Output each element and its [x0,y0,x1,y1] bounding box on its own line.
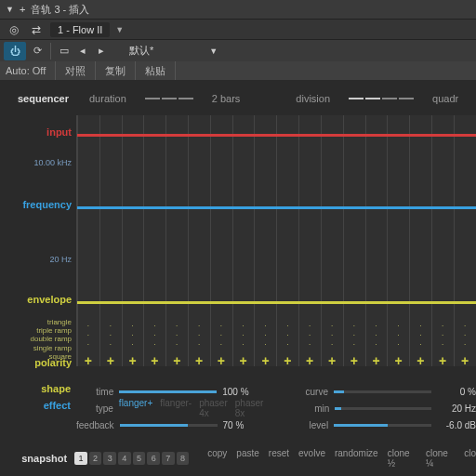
feedback-slider[interactable] [120,424,218,427]
min-value: 20 Hz [437,403,476,414]
link-icon[interactable]: ⇄ [28,22,45,37]
preset-menu-label[interactable]: 默认* [129,44,153,58]
freq-hi-label: 10.00 kHz [1,158,72,167]
snap-copy[interactable]: copy [207,448,227,469]
frequency-track-label: frequency [1,199,72,210]
level-value: -6.0 dB [437,420,476,430]
snapshot-8[interactable]: 8 [177,452,190,465]
time-value: 100 % [222,387,261,397]
division-slider[interactable] [349,98,414,99]
chevron-down-icon[interactable]: ▼ [209,46,218,56]
time-label: time [76,387,119,397]
dots-row-2[interactable]: ·················· [77,331,476,339]
input-track-label: input [1,126,72,138]
snap-reset[interactable]: reset [269,448,289,469]
envelope-track-line[interactable] [77,301,476,304]
preset-dropdown-icon[interactable]: ▼ [115,25,124,34]
polarity-row[interactable]: ++++++++++++++++++ [77,353,476,368]
curve-value: 0 % [437,387,476,397]
snapshot-6[interactable]: 6 [147,452,160,465]
feedback-label: feedback [76,420,120,430]
curve-slider[interactable] [334,390,431,393]
sequencer-grid[interactable]: input 10.00 kHz frequency 20 Hz envelope… [76,115,476,366]
division-value: quadr [432,93,458,104]
compare-button[interactable]: 对照 [56,61,96,80]
time-slider[interactable] [119,390,217,393]
snap-paste[interactable]: paste [236,448,258,469]
frequency-track-line[interactable] [77,206,476,209]
snapshot-1[interactable]: 1 [74,452,87,465]
feedback-value: 70 % [223,420,262,430]
shape-section-label: shape [0,383,71,394]
freq-lo-label: 20 Hz [1,255,72,264]
polarity-label: polarity [1,357,72,368]
sequencer-label: sequencer [0,93,76,104]
preset-slot[interactable]: 1 - Flow II [50,22,110,37]
type-options[interactable]: flanger+ flanger- phaser 4x phaser 8x [119,398,263,418]
type-label: type [76,403,119,414]
snap-randomize[interactable]: randomize [335,448,378,469]
envelope-track-label: envelope [1,294,72,305]
dots-row-1[interactable]: ·················· [77,322,476,330]
view-icon[interactable]: ⟳ [28,45,46,57]
next-preset-icon[interactable]: ▸ [92,45,111,57]
snapshot-7[interactable]: 7 [162,452,175,465]
snapshot-2[interactable]: 2 [89,452,102,465]
duration-slider[interactable] [145,98,193,99]
snap-clone-quarter[interactable]: clone ¼ [426,448,455,469]
collapse-icon[interactable]: ▼ [6,5,14,14]
snap-evolve[interactable]: evolve [298,448,325,469]
add-icon[interactable]: + [20,4,25,15]
duration-value: 2 bars [212,93,241,104]
snapshot-label: snapshot [0,453,74,464]
snap-clone-half[interactable]: clone ½ [388,448,416,469]
min-label: min [293,403,336,414]
min-slider[interactable] [335,407,431,410]
level-label: level [291,420,334,430]
copy-button[interactable]: 复制 [96,61,136,80]
window-title: 音轨 3 - 插入 [31,3,89,17]
power-button[interactable]: ⏻ [4,42,26,60]
input-track-line[interactable] [77,134,476,137]
level-slider[interactable] [334,424,431,427]
dots-row-3[interactable]: ·················· [77,340,476,349]
prev-preset-icon[interactable]: ◂ [73,45,92,57]
snapshot-4[interactable]: 4 [118,452,131,465]
snapshot-5[interactable]: 5 [133,452,146,465]
auto-toggle[interactable]: Auto: Off [0,61,56,80]
snapshot-3[interactable]: 3 [103,452,116,465]
division-label: division [296,93,330,104]
paste-button[interactable]: 粘贴 [136,61,176,80]
effect-section-label: effect [0,400,71,411]
io-icon[interactable]: ◎ [6,22,22,37]
snap-clone-more[interactable]: clo [464,448,476,469]
envelope-shape-labels: triangle triple ramp double ramp single … [1,318,72,361]
duration-label: duration [89,93,126,104]
book-icon[interactable]: ▭ [55,45,73,57]
curve-label: curve [291,387,334,397]
